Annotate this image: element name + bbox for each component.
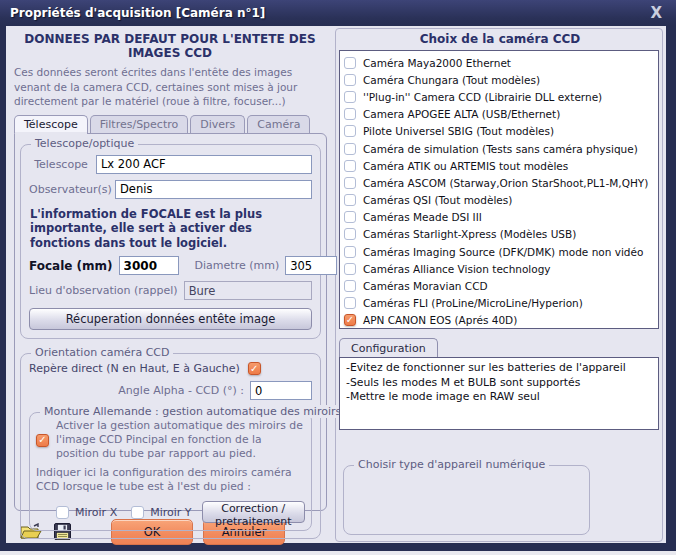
- monture-allemande-group: Monture Allemande : gestion automatique …: [29, 412, 312, 531]
- camera-checkbox[interactable]: [344, 74, 356, 86]
- dialog-content: DONNEES PAR DEFAUT POUR L'ENTETE DES IMA…: [6, 26, 666, 543]
- focale-note: L'information de FOCALE est la plus impo…: [30, 207, 311, 251]
- camera-list-item[interactable]: Caméras QSI (Tout modèles): [340, 192, 658, 209]
- activer-miroirs-label: Activer la gestion automatique des miroi…: [56, 419, 305, 461]
- tab-bar: TélescopeFiltres/SpectroDiversCaméra: [14, 115, 328, 133]
- lieu-label: Lieu d'observation (rappel): [29, 284, 178, 297]
- camera-label: Caméra de simulation (Tests sans caméra …: [363, 143, 638, 155]
- camera-label: ''Plug-in'' Camera CCD (Librairie DLL ex…: [363, 91, 602, 103]
- focale-input[interactable]: [119, 256, 179, 275]
- camera-list-item[interactable]: Camera APOGEE ALTA (USB/Ethernet): [340, 106, 658, 123]
- group-title: Telescope/optique: [31, 137, 138, 150]
- telescope-tab-pane: Telescope/optique Telescope Observateur(…: [14, 133, 327, 511]
- group-title: Monture Allemande : gestion automatique …: [40, 405, 345, 418]
- tab-configuration[interactable]: Configuration: [339, 338, 438, 357]
- tab-filtres-spectro[interactable]: Filtres/Spectro: [90, 115, 189, 133]
- indiquer-label: Indiquer ici la configuration des miroir…: [36, 466, 305, 494]
- camera-checkbox[interactable]: [344, 125, 356, 137]
- miroir-y-label: Miroir Y: [150, 506, 191, 519]
- activer-miroirs-checkbox[interactable]: ✓: [36, 434, 49, 447]
- camera-list: Caméra Maya2000 EthernetCaméra Chungara …: [339, 50, 659, 329]
- group-title: Choisir type d'appareil numérique: [354, 458, 549, 471]
- lieu-input: [184, 281, 312, 300]
- camera-checkbox[interactable]: [344, 57, 356, 69]
- camera-checkbox[interactable]: [344, 108, 356, 120]
- camera-list-item[interactable]: Caméras Moravian CCD: [340, 277, 658, 294]
- camera-label: Camera APOGEE ALTA (USB/Ethernet): [363, 108, 560, 120]
- camera-checkbox[interactable]: [344, 228, 356, 240]
- left-panel: DONNEES PAR DEFAUT POUR L'ENTETE DES IMA…: [6, 26, 334, 543]
- camera-checkbox[interactable]: [344, 280, 356, 292]
- miroir-x-label: Miroir X: [75, 506, 117, 519]
- camera-label: Caméras Moravian CCD: [363, 280, 488, 292]
- correction-pretraitement-button[interactable]: Correction / pretraitement: [202, 501, 305, 523]
- camera-list-item[interactable]: Caméras FLI (ProLine/MicroLine/Hyperion): [340, 295, 658, 312]
- orientation-group: Orientation caméra CCD Repère direct (N …: [20, 353, 321, 539]
- observer-label: Observateur(s): [29, 183, 115, 196]
- camera-list-item[interactable]: Caméra ASCOM (Starway,Orion StarShoot,PL…: [340, 174, 658, 191]
- miroir-x-checkbox[interactable]: [56, 506, 69, 519]
- camera-checkbox[interactable]: [344, 297, 356, 309]
- camera-label: Caméras Meade DSI III: [363, 211, 482, 223]
- observer-input[interactable]: [115, 180, 312, 199]
- camera-label: Caméras QSI (Tout modèles): [363, 194, 512, 206]
- camera-checkbox[interactable]: [344, 246, 356, 258]
- camera-list-item[interactable]: ''Plug-in'' Camera CCD (Librairie DLL ex…: [340, 88, 658, 105]
- right-panel: Choix de la caméra CCD Caméra Maya2000 E…: [334, 26, 666, 543]
- camera-checkbox[interactable]: [344, 194, 356, 206]
- miroir-y-checkbox[interactable]: [131, 506, 144, 519]
- camera-list-item[interactable]: Pilote Universel SBIG (Tout modèles): [340, 123, 658, 140]
- camera-label: Caméra Maya2000 Ethernet: [363, 57, 511, 69]
- camera-checkbox[interactable]: [344, 263, 356, 275]
- camera-checkbox[interactable]: ✓: [344, 314, 356, 326]
- camera-checkbox[interactable]: [344, 177, 356, 189]
- close-icon[interactable]: X: [646, 6, 666, 21]
- telescope-input[interactable]: [96, 155, 312, 174]
- recuperation-button[interactable]: Récuperation données entête image: [29, 308, 312, 330]
- camera-list-item[interactable]: Caméras Imaging Source (DFK/DMK) mode no…: [340, 243, 658, 260]
- angle-alpha-input[interactable]: [250, 381, 312, 400]
- camera-label: Caméra ASCOM (Starway,Orion StarShoot,PL…: [363, 177, 648, 189]
- camera-list-item[interactable]: Caméra de simulation (Tests sans caméra …: [340, 140, 658, 157]
- angle-alpha-label: Angle Alpha - CCD (°) :: [118, 384, 244, 397]
- focale-label: Focale (mm): [29, 259, 113, 273]
- camera-list-item[interactable]: Caméras Meade DSI III: [340, 209, 658, 226]
- camera-label: Caméras FLI (ProLine/MicroLine/Hyperion): [363, 297, 583, 309]
- title-bar[interactable]: Propriétés d'acquisition [Caméra n°1] X: [0, 0, 676, 26]
- camera-label: Caméra Chungara (Tout modèles): [363, 74, 540, 86]
- camera-list-item[interactable]: Caméras Starlight-Xpress (Modèles USB): [340, 226, 658, 243]
- camera-list-item[interactable]: Caméra ATIK ou ARTEMIS tout modèles: [340, 157, 658, 174]
- telescope-label: Telescope: [29, 158, 96, 171]
- group-title: Orientation caméra CCD: [31, 346, 173, 359]
- tab-divers[interactable]: Divers: [190, 115, 245, 133]
- camera-label: Caméras Starlight-Xpress (Modèles USB): [363, 228, 576, 240]
- camera-choice-heading: Choix de la caméra CCD: [334, 32, 666, 46]
- camera-checkbox[interactable]: [344, 143, 356, 155]
- camera-label: APN CANON EOS (Aprés 40D): [363, 314, 517, 326]
- camera-list-item[interactable]: Caméras Alliance Vision technology: [340, 260, 658, 277]
- dialog-window: Propriétés d'acquisition [Caméra n°1] X …: [0, 0, 676, 551]
- diametre-label: Diametre (mm): [195, 259, 280, 272]
- camera-checkbox[interactable]: [344, 160, 356, 172]
- camera-list-item[interactable]: ✓APN CANON EOS (Aprés 40D): [340, 312, 658, 329]
- repere-label: Repère direct (N en Haut, E à Gauche): [29, 362, 240, 375]
- telescope-optique-group: Telescope/optique Telescope Observateur(…: [20, 144, 321, 340]
- left-panel-heading: DONNEES PAR DEFAUT POUR L'ENTETE DES IMA…: [12, 32, 328, 60]
- camera-checkbox[interactable]: [344, 91, 356, 103]
- window-title: Propriétés d'acquisition [Caméra n°1]: [10, 6, 646, 20]
- camera-label: Caméras Alliance Vision technology: [363, 263, 551, 275]
- repere-checkbox[interactable]: ✓: [248, 362, 261, 375]
- camera-label: Pilote Universel SBIG (Tout modèles): [363, 125, 554, 137]
- camera-list-item[interactable]: Caméra Maya2000 Ethernet: [340, 54, 658, 71]
- configuration-notes: -Evitez de fonctionner sur les batteries…: [339, 357, 659, 430]
- camera-checkbox[interactable]: [344, 211, 356, 223]
- camera-label: Caméras Imaging Source (DFK/DMK) mode no…: [363, 246, 643, 258]
- camera-label: Caméra ATIK ou ARTEMIS tout modèles: [363, 160, 568, 172]
- choisir-appareil-group: Choisir type d'appareil numérique: [343, 465, 590, 535]
- diametre-input[interactable]: [285, 256, 337, 275]
- camera-list-item[interactable]: Caméra Chungara (Tout modèles): [340, 71, 658, 88]
- tab-cam-ra[interactable]: Caméra: [247, 115, 310, 133]
- left-panel-description: Ces données seront écrites dans l'entête…: [14, 65, 326, 109]
- tab-t-lescope[interactable]: Télescope: [14, 115, 88, 133]
